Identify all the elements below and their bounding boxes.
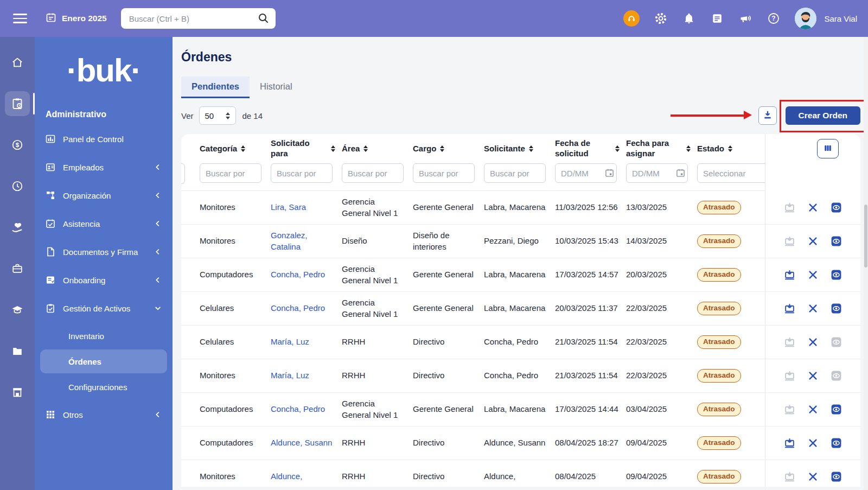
cancel-icon[interactable] xyxy=(807,303,819,315)
view-icon[interactable] xyxy=(831,471,843,483)
search-icon[interactable] xyxy=(258,12,269,26)
rail-marketplace-icon[interactable] xyxy=(5,380,30,405)
settings-gear-icon[interactable] xyxy=(654,11,668,26)
svg-text:?: ? xyxy=(772,15,776,22)
sidebar-subitem-configuraciones[interactable]: Configuraciones xyxy=(40,374,167,399)
rail-home-icon[interactable] xyxy=(5,50,30,75)
view-icon[interactable] xyxy=(831,404,843,416)
view-icon[interactable] xyxy=(831,269,843,281)
filter-fecha-asignar-input[interactable] xyxy=(626,163,688,183)
cell-solicitado-para-link[interactable]: Aldunce, Susann xyxy=(266,427,337,460)
buk-logo: ·buk· xyxy=(35,44,173,97)
sidebar-item-empleados[interactable]: Empleados xyxy=(35,153,173,181)
assign-device-icon[interactable] xyxy=(784,269,796,281)
rail-jobs-icon[interactable] xyxy=(5,256,30,281)
help-icon[interactable]: ? xyxy=(767,11,781,26)
view-icon xyxy=(831,336,843,348)
column-header-estado[interactable]: Estado xyxy=(693,144,765,154)
rail-asset-management-icon[interactable] xyxy=(5,91,30,116)
filter-categoria-input[interactable] xyxy=(200,163,261,183)
rail-time-icon[interactable] xyxy=(5,174,30,199)
column-header-area[interactable]: Área xyxy=(337,144,409,154)
filter-solicitante-input[interactable] xyxy=(484,163,546,183)
cancel-icon[interactable] xyxy=(807,269,819,281)
cancel-icon[interactable] xyxy=(807,404,819,416)
filter-area-input[interactable] xyxy=(342,163,404,183)
search-input[interactable] xyxy=(128,14,255,24)
notifications-bell-icon[interactable] xyxy=(682,11,696,26)
tab-historial[interactable]: Historial xyxy=(250,77,303,98)
user-avatar[interactable] xyxy=(795,8,816,29)
create-order-button[interactable]: Crear Orden xyxy=(786,106,860,125)
column-settings-button[interactable] xyxy=(817,139,839,158)
cancel-icon[interactable] xyxy=(807,437,819,449)
cell-solicitado-para-link[interactable]: Lira, Sara xyxy=(266,191,337,224)
view-icon[interactable] xyxy=(831,202,843,214)
sidebar-subitem-inventario[interactable]: Inventario xyxy=(40,323,167,348)
export-button[interactable] xyxy=(758,106,777,125)
cell-solicitado-para-link[interactable]: Gonzalez, Catalina xyxy=(266,225,337,258)
page-scrollbar[interactable] xyxy=(864,37,868,490)
cell-estado: Atrasado xyxy=(693,326,765,359)
cell-solicitado-para-link[interactable]: Aldunce, xyxy=(266,460,337,487)
cell-estado: Atrasado xyxy=(693,427,765,460)
status-badge: Atrasado xyxy=(697,302,741,315)
assistant-icon[interactable] xyxy=(623,10,640,27)
filter-estado-select[interactable] xyxy=(697,163,765,183)
column-header-solicitado-para[interactable]: Solicitado para xyxy=(266,138,337,159)
sort-icon xyxy=(686,145,691,152)
sidebar-item-documentos-y-firma[interactable]: Documentos y Firma xyxy=(35,238,173,266)
cell-solicitado-para-link[interactable]: Concha, Pedro xyxy=(266,258,337,291)
column-header-categoria[interactable]: Categoría xyxy=(195,144,266,154)
announcements-megaphone-icon[interactable] xyxy=(738,11,752,26)
cancel-icon[interactable] xyxy=(807,202,819,214)
hamburger-menu-icon[interactable] xyxy=(13,14,27,23)
cell-solicitado-para-link[interactable]: María, Luz xyxy=(266,326,337,359)
cancel-icon[interactable] xyxy=(807,370,819,382)
assign-device-icon[interactable] xyxy=(784,437,796,449)
cell-fecha-asignar: 13/03/2025 xyxy=(622,191,693,224)
cancel-icon[interactable] xyxy=(807,471,819,483)
sidebar-subitem-ordenes[interactable]: Órdenes xyxy=(40,349,167,373)
cancel-icon[interactable] xyxy=(807,336,819,348)
view-icon[interactable] xyxy=(831,303,843,315)
cell-area: RRHH xyxy=(337,427,409,460)
tab-pendientes[interactable]: Pendientes xyxy=(181,77,250,98)
notes-icon[interactable] xyxy=(710,11,724,26)
cell-fecha-solicitud: 21/03/2025 11:54 xyxy=(551,326,622,359)
sort-icon xyxy=(728,145,732,152)
column-header-solicitante[interactable]: Solicitante xyxy=(480,144,551,154)
cell-cargo: Diseño de interiores xyxy=(409,225,480,258)
sidebar-item-gestion-de-activos[interactable]: Gestión de Activos xyxy=(35,294,173,322)
cancel-icon[interactable] xyxy=(807,236,819,247)
period-selector[interactable]: Enero 2025 xyxy=(46,12,107,25)
rail-documents-icon[interactable] xyxy=(5,339,30,364)
view-icon[interactable] xyxy=(831,437,843,449)
filter-cargo-input[interactable] xyxy=(413,163,475,183)
cell-categoria: Computadores xyxy=(195,258,266,291)
column-header-fecha-solicitud[interactable]: Fecha de solicitud xyxy=(551,138,622,159)
sidebar-item-otros[interactable]: Otros xyxy=(35,400,173,429)
rail-training-icon[interactable] xyxy=(5,297,30,322)
sidebar-item-asistencia[interactable]: Asistencia xyxy=(35,209,173,238)
filter-fecha-solicitud-input[interactable] xyxy=(555,163,617,183)
rail-benefits-icon[interactable] xyxy=(5,215,30,240)
sidebar-item-onboarding[interactable]: Onboarding xyxy=(35,266,173,294)
scrollbar-thumb[interactable] xyxy=(864,205,867,268)
cell-area: RRHH xyxy=(337,326,409,359)
cell-cargo: Gerente General xyxy=(409,258,480,291)
filter-solicitado-para-input[interactable] xyxy=(271,163,333,183)
cell-solicitado-para-link[interactable]: María, Luz xyxy=(266,359,337,392)
cell-solicitado-para-link[interactable]: Concha, Pedro xyxy=(266,393,337,426)
cell-fecha-asignar: 09/04/2025 xyxy=(622,427,693,460)
column-header-cargo[interactable]: Cargo xyxy=(409,144,480,154)
column-header-fecha-asignar[interactable]: Fecha para asignar xyxy=(622,138,693,159)
cell-solicitado-para-link[interactable]: Concha, Pedro xyxy=(266,292,337,325)
page-size-select[interactable]: 50 xyxy=(199,106,236,125)
rail-payroll-icon[interactable]: $ xyxy=(5,132,30,157)
sidebar-item-organizacion[interactable]: Organización xyxy=(35,181,173,209)
sidebar-item-panel-de-control[interactable]: Panel de Control xyxy=(35,125,173,153)
assign-device-icon[interactable] xyxy=(784,303,796,315)
view-icon[interactable] xyxy=(831,236,843,247)
cell-categoria: Monitores xyxy=(195,225,266,258)
